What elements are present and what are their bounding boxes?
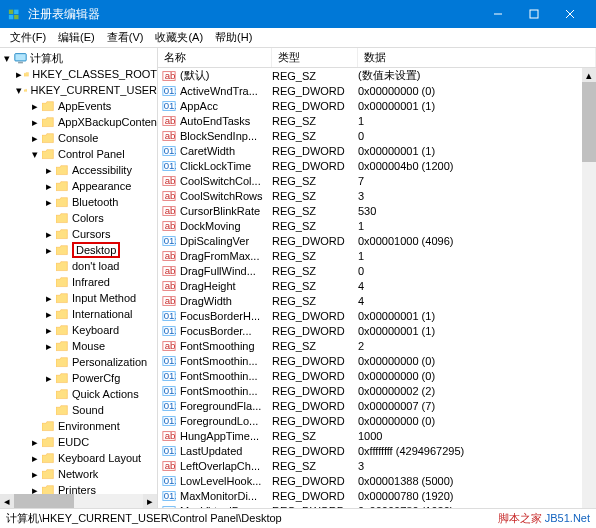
tree-item[interactable]: Sound: [0, 402, 157, 418]
expander-icon[interactable]: ▸: [44, 309, 54, 319]
tree-item[interactable]: ▸ Keyboard Layout: [0, 450, 157, 466]
expander-icon[interactable]: ▾: [16, 85, 22, 95]
tree-item[interactable]: ▸ Cursors: [0, 226, 157, 242]
tree-item[interactable]: ▸ AppEvents: [0, 98, 157, 114]
tree-item[interactable]: ▸ Network: [0, 466, 157, 482]
tree-item[interactable]: don't load: [0, 258, 157, 274]
expander-icon[interactable]: ▸: [44, 165, 54, 175]
expander-icon[interactable]: ▸: [44, 325, 54, 335]
list-row[interactable]: 011 ClickLockTime REG_DWORD 0x000004b0 (…: [158, 158, 596, 173]
tree-item[interactable]: ▸ Appearance: [0, 178, 157, 194]
tree-item[interactable]: ▸ EUDC: [0, 434, 157, 450]
tree-item[interactable]: ▸ Mouse: [0, 338, 157, 354]
tree-item[interactable]: ▸ Bluetooth: [0, 194, 157, 210]
expander-icon[interactable]: ▸: [44, 181, 54, 191]
list-row[interactable]: ab DragFullWind... REG_SZ 0: [158, 263, 596, 278]
list-row[interactable]: ab DockMoving REG_SZ 1: [158, 218, 596, 233]
menu-view[interactable]: 查看(V): [101, 28, 150, 47]
list-row[interactable]: 011 FontSmoothin... REG_DWORD 0x00000000…: [158, 368, 596, 383]
expander-icon[interactable]: [30, 421, 40, 431]
tree-item[interactable]: ▸ International: [0, 306, 157, 322]
expander-icon[interactable]: ▸: [30, 453, 40, 463]
list-row[interactable]: 011 LastUpdated REG_DWORD 0xffffffff (42…: [158, 443, 596, 458]
list-row[interactable]: 011 FocusBorderH... REG_DWORD 0x00000001…: [158, 308, 596, 323]
scroll-up-button[interactable]: ▴: [582, 68, 596, 82]
tree-item[interactable]: Environment: [0, 418, 157, 434]
expander-icon[interactable]: [44, 277, 54, 287]
tree-pane[interactable]: ▾ 计算机 ▸ HKEY_CLASSES_ROOT ▾ HKEY_CURRENT…: [0, 48, 158, 508]
tree-item[interactable]: Colors: [0, 210, 157, 226]
tree-item[interactable]: Infrared: [0, 274, 157, 290]
expander-icon[interactable]: ▸: [30, 101, 40, 111]
list-row[interactable]: ab AutoEndTasks REG_SZ 1: [158, 113, 596, 128]
minimize-button[interactable]: [480, 0, 516, 28]
tree-item[interactable]: ▸ Input Method: [0, 290, 157, 306]
list-row[interactable]: 011 MaxVirtualDes... REG_DWORD 0x0000078…: [158, 503, 596, 508]
expander-icon[interactable]: [44, 357, 54, 367]
expander-icon[interactable]: ▸: [30, 469, 40, 479]
list-row[interactable]: 011 AppAcc REG_DWORD 0x00000001 (1): [158, 98, 596, 113]
scroll-right-button[interactable]: ▸: [143, 494, 157, 508]
expander-icon[interactable]: ▾: [30, 149, 40, 159]
list-row[interactable]: ab HungAppTime... REG_SZ 1000: [158, 428, 596, 443]
tree-item[interactable]: ▾ Control Panel: [0, 146, 157, 162]
list-row[interactable]: ab CursorBlinkRate REG_SZ 530: [158, 203, 596, 218]
list-row[interactable]: ab LeftOverlapCh... REG_SZ 3: [158, 458, 596, 473]
tree-item[interactable]: ▸ PowerCfg: [0, 370, 157, 386]
expander-icon[interactable]: [44, 389, 54, 399]
expander-icon[interactable]: ▸: [44, 341, 54, 351]
expander-icon[interactable]: ▸: [44, 293, 54, 303]
tree-root[interactable]: ▾ 计算机: [0, 50, 157, 66]
list-row[interactable]: ab DragFromMax... REG_SZ 1: [158, 248, 596, 263]
list-row[interactable]: ab BlockSendInp... REG_SZ 0: [158, 128, 596, 143]
list-row[interactable]: ab CoolSwitchCol... REG_SZ 7: [158, 173, 596, 188]
expander-icon[interactable]: ▸: [30, 117, 40, 127]
list-row[interactable]: ab DragWidth REG_SZ 4: [158, 293, 596, 308]
scroll-thumb-vertical[interactable]: [582, 82, 596, 162]
list-row[interactable]: 011 FontSmoothin... REG_DWORD 0x00000002…: [158, 383, 596, 398]
expander-icon[interactable]: [44, 405, 54, 415]
tree-item[interactable]: ▸ AppXBackupConten: [0, 114, 157, 130]
list-row[interactable]: 011 MaxMonitorDi... REG_DWORD 0x00000780…: [158, 488, 596, 503]
scroll-left-button[interactable]: ◂: [0, 494, 14, 508]
list-row[interactable]: 011 ForegroundLo... REG_DWORD 0x00000000…: [158, 413, 596, 428]
list-row[interactable]: ab FontSmoothing REG_SZ 2: [158, 338, 596, 353]
expander-icon[interactable]: ▸: [44, 373, 54, 383]
list-row[interactable]: 011 CaretWidth REG_DWORD 0x00000001 (1): [158, 143, 596, 158]
menu-favorites[interactable]: 收藏夹(A): [149, 28, 209, 47]
close-button[interactable]: [552, 0, 588, 28]
list-scrollbar-vertical[interactable]: ▴: [582, 68, 596, 508]
expander-icon[interactable]: ▸: [30, 437, 40, 447]
chevron-down-icon[interactable]: ▾: [2, 53, 12, 63]
maximize-button[interactable]: [516, 0, 552, 28]
list-row[interactable]: 011 ActiveWndTra... REG_DWORD 0x00000000…: [158, 83, 596, 98]
tree-scrollbar-horizontal[interactable]: ◂ ▸: [0, 494, 157, 508]
tree-item[interactable]: Personalization: [0, 354, 157, 370]
titlebar[interactable]: 注册表编辑器: [0, 0, 596, 28]
expander-icon[interactable]: [44, 261, 54, 271]
tree-item[interactable]: ▸ HKEY_CLASSES_ROOT: [0, 66, 157, 82]
expander-icon[interactable]: [44, 213, 54, 223]
expander-icon[interactable]: ▸: [44, 245, 54, 255]
list-row[interactable]: 011 LowLevelHook... REG_DWORD 0x00001388…: [158, 473, 596, 488]
menu-help[interactable]: 帮助(H): [209, 28, 258, 47]
column-data[interactable]: 数据: [358, 48, 596, 67]
expander-icon[interactable]: ▸: [30, 133, 40, 143]
expander-icon[interactable]: ▸: [44, 197, 54, 207]
menu-edit[interactable]: 编辑(E): [52, 28, 101, 47]
tree-item[interactable]: ▸ Desktop: [0, 242, 157, 258]
tree-item[interactable]: ▸ Keyboard: [0, 322, 157, 338]
tree-item[interactable]: Quick Actions: [0, 386, 157, 402]
list-row[interactable]: 011 DpiScalingVer REG_DWORD 0x00001000 (…: [158, 233, 596, 248]
list-row[interactable]: ab DragHeight REG_SZ 4: [158, 278, 596, 293]
tree-item[interactable]: ▸ Console: [0, 130, 157, 146]
list-row[interactable]: ab (默认) REG_SZ (数值未设置): [158, 68, 596, 83]
list-row[interactable]: 011 ForegroundFla... REG_DWORD 0x0000000…: [158, 398, 596, 413]
scroll-thumb[interactable]: [14, 494, 74, 508]
tree-item[interactable]: ▾ HKEY_CURRENT_USER: [0, 82, 157, 98]
list-pane[interactable]: 名称 类型 数据 ab (默认) REG_SZ (数值未设置) 011 Acti…: [158, 48, 596, 508]
expander-icon[interactable]: ▸: [44, 229, 54, 239]
list-row[interactable]: ab CoolSwitchRows REG_SZ 3: [158, 188, 596, 203]
list-row[interactable]: 011 FocusBorder... REG_DWORD 0x00000001 …: [158, 323, 596, 338]
tree-item[interactable]: ▸ Accessibility: [0, 162, 157, 178]
